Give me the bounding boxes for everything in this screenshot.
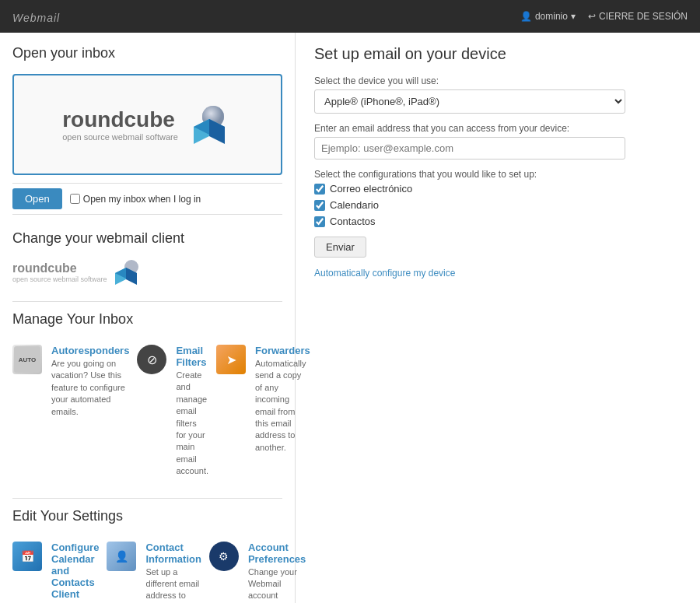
contact-information-content: Contact Information Set up a different e…	[145, 542, 201, 603]
change-client-logo[interactable]: roundcube open source webmail software	[12, 259, 282, 286]
contact-information-link[interactable]: Contact Information	[145, 542, 201, 565]
email-input[interactable]	[314, 137, 625, 160]
contactos-checkbox[interactable]	[314, 216, 325, 227]
user-menu[interactable]: 👤 dominio ▾	[520, 11, 576, 22]
change-client-section: Change your webmail client roundcube ope…	[12, 230, 282, 286]
chevron-down-icon: ▾	[571, 11, 576, 22]
manage-inbox-title: Manage Your Inbox	[12, 311, 282, 331]
correo-checkbox-item: Correo electrónico	[314, 183, 681, 195]
edit-feature-grid: 📅 Configure Calendar and Contacts Client…	[12, 537, 282, 603]
manage-inbox-section: Manage Your Inbox AUTO Autoresponders Ar…	[12, 311, 282, 482]
configure-calendar-content: Configure Calendar and Contacts Client S…	[51, 542, 99, 603]
forwarders-icon: ➤	[216, 345, 246, 374]
configure-calendar-icon: 📅	[12, 542, 42, 571]
device-select[interactable]: Apple® (iPhone®, iPad®) Android Windows …	[314, 89, 625, 114]
setup-title: Set up email on your device	[314, 45, 681, 63]
feature-email-filters: ⊘ Email Filters Create and manage email …	[137, 340, 208, 482]
webmail-logo: Webmail	[12, 8, 60, 26]
autoresponders-desc: Are you going on vacation? Use this feat…	[51, 358, 129, 418]
email-filters-link[interactable]: Email Filters	[176, 345, 206, 368]
contactos-checkbox-item: Contactos	[314, 216, 681, 227]
logout-label: CIERRE DE SESIÓN	[599, 11, 688, 22]
open-button[interactable]: Open	[12, 188, 62, 209]
edit-settings-title: Edit Your Settings	[12, 508, 282, 528]
contact-information-icon: 👤	[107, 542, 136, 571]
open-inbox-checkbox[interactable]	[70, 194, 80, 204]
calendario-checkbox-item: Calendario	[314, 199, 681, 211]
correo-label: Correo electrónico	[330, 183, 412, 195]
edit-settings-section: Edit Your Settings 📅 Configure Calendar …	[12, 508, 282, 603]
contact-information-desc: Set up a different email address to rece…	[145, 566, 201, 603]
manage-feature-grid: AUTO Autoresponders Are you going on vac…	[12, 340, 282, 482]
calendario-label: Calendario	[330, 199, 379, 211]
correo-checkbox[interactable]	[314, 184, 325, 195]
header-right: 👤 dominio ▾ ↩ CIERRE DE SESIÓN	[520, 11, 688, 22]
header: Webmail 👤 dominio ▾ ↩ CIERRE DE SESIÓN	[0, 0, 700, 33]
logout-icon: ↩	[588, 11, 596, 22]
autoresponders-icon: AUTO	[12, 345, 42, 374]
roundcube-box: roundcube open source webmail software	[12, 74, 282, 175]
account-preferences-icon: ⚙	[209, 542, 239, 571]
email-filters-content: Email Filters Create and manage email fi…	[176, 345, 208, 478]
open-inbox-title: Open your inbox	[12, 45, 282, 65]
open-bar: Open Open my inbox when I log in	[12, 183, 282, 215]
config-checkboxes: Correo electrónico Calendario Contactos	[314, 183, 681, 227]
autoresponders-link[interactable]: Autoresponders	[51, 345, 129, 356]
logout-button[interactable]: ↩ CIERRE DE SESIÓN	[588, 11, 688, 22]
device-label: Select the device you will use:	[314, 75, 681, 86]
auto-config-link[interactable]: Automatically configure my device	[314, 268, 455, 279]
contactos-label: Contactos	[330, 216, 376, 227]
configure-calendar-link[interactable]: Configure Calendar and Contacts Client	[51, 542, 99, 600]
enviar-button[interactable]: Enviar	[314, 237, 366, 258]
email-label: Enter an email address that you can acce…	[314, 123, 681, 134]
feature-configure-calendar: 📅 Configure Calendar and Contacts Client…	[12, 537, 99, 603]
user-icon: 👤	[520, 11, 532, 22]
right-panel: Set up email on your device Select the d…	[296, 33, 700, 603]
main-container: Open your inbox roundcube open source we…	[0, 33, 700, 603]
left-panel: Open your inbox roundcube open source we…	[0, 33, 296, 603]
open-inbox-section: Open your inbox roundcube open source we…	[12, 45, 282, 215]
change-client-title: Change your webmail client	[12, 230, 282, 250]
config-label: Select the configurations that you would…	[314, 169, 681, 180]
email-filters-icon: ⊘	[137, 345, 166, 374]
feature-autoresponders: AUTO Autoresponders Are you going on vac…	[12, 340, 129, 482]
feature-contact-information: 👤 Contact Information Set up a different…	[107, 537, 201, 603]
roundcube-icon	[186, 105, 233, 144]
feature-account-preferences: ⚙ Account Preferences Change your Webmai…	[209, 537, 306, 603]
calendario-checkbox[interactable]	[314, 200, 325, 211]
roundcube-logo-text: roundcube open source webmail software	[62, 107, 178, 142]
small-rc-icon	[112, 259, 143, 286]
open-inbox-checkbox-label[interactable]: Open my inbox when I log in	[70, 194, 201, 205]
autoresponders-content: Autoresponders Are you going on vacation…	[51, 345, 129, 418]
username-label: dominio	[535, 11, 568, 22]
email-filters-desc: Create and manage email filters for your…	[176, 370, 208, 478]
